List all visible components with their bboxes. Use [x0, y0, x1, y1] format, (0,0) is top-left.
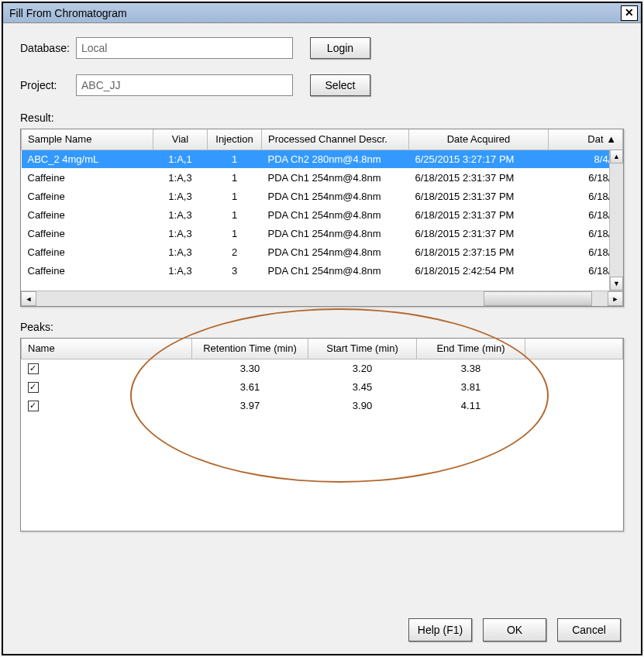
- content-area: Database: Login Project: Select Result: …: [3, 23, 641, 654]
- table-row[interactable]: Caffeine1:A,31PDA Ch1 254nm@4.8nm6/18/20…: [22, 187, 623, 205]
- peaks-grid: Name Retention Time (min) Start Time (mi…: [20, 338, 624, 531]
- table-row[interactable]: ✓3.303.203.38: [22, 359, 623, 377]
- ok-button[interactable]: OK: [483, 618, 546, 642]
- col-dat[interactable]: Dat ▲: [549, 129, 623, 150]
- cancel-button[interactable]: Cancel: [557, 618, 621, 642]
- table-row[interactable]: ABC_2 4mg/mL1:A,11PDA Ch2 280nm@4.8nm6/2…: [22, 150, 623, 168]
- database-label: Database:: [20, 42, 76, 54]
- scroll-right-icon[interactable]: ►: [608, 291, 623, 306]
- table-row[interactable]: Caffeine1:A,31PDA Ch1 254nm@4.8nm6/18/20…: [22, 224, 623, 243]
- table-row[interactable]: ✓3.613.453.81: [22, 377, 623, 396]
- scroll-up-icon: ▲: [606, 133, 616, 145]
- peaks-label: Peaks:: [20, 321, 624, 333]
- checkbox[interactable]: ✓: [28, 382, 39, 393]
- pcol-end[interactable]: End Time (min): [417, 339, 525, 359]
- project-label: Project:: [20, 79, 76, 91]
- scroll-left-icon[interactable]: ◄: [21, 291, 36, 306]
- result-vscroll[interactable]: ▲ ▼: [609, 150, 623, 291]
- checkbox[interactable]: ✓: [28, 363, 39, 374]
- col-date-acquired[interactable]: Date Acquired: [409, 129, 549, 150]
- table-row[interactable]: Caffeine1:A,31PDA Ch1 254nm@4.8nm6/18/20…: [22, 205, 623, 224]
- table-row[interactable]: Caffeine1:A,32PDA Ch1 254nm@4.8nm6/18/20…: [22, 243, 623, 261]
- vscroll-track[interactable]: [610, 163, 623, 277]
- help-button[interactable]: Help (F1): [408, 618, 472, 642]
- col-injection[interactable]: Injection: [208, 129, 262, 150]
- select-button[interactable]: Select: [310, 74, 370, 96]
- pcol-start[interactable]: Start Time (min): [308, 339, 417, 359]
- scroll-down-icon[interactable]: ▼: [610, 277, 623, 291]
- dialog-window: Fill From Chromatogram ✕ Database: Login…: [2, 2, 642, 655]
- result-table: Sample Name Vial Injection Processed Cha…: [21, 129, 623, 280]
- footer-buttons: Help (F1) OK Cancel: [20, 614, 624, 646]
- col-vial[interactable]: Vial: [153, 129, 208, 150]
- table-row[interactable]: ✓3.973.904.11: [22, 396, 623, 414]
- project-input[interactable]: [76, 74, 293, 96]
- pcol-blank[interactable]: [525, 339, 623, 359]
- col-channel[interactable]: Processed Channel Descr.: [262, 129, 409, 150]
- titlebar: Fill From Chromatogram ✕: [3, 3, 641, 23]
- hscroll-track[interactable]: [36, 291, 608, 306]
- result-label: Result:: [20, 112, 624, 124]
- database-input[interactable]: [76, 37, 293, 59]
- table-row[interactable]: Caffeine1:A,33PDA Ch1 254nm@4.8nm6/18/20…: [22, 261, 623, 280]
- scroll-up-icon[interactable]: ▲: [610, 150, 623, 163]
- result-hscroll[interactable]: ◄ ►: [21, 291, 623, 306]
- pcol-name[interactable]: Name: [22, 339, 192, 359]
- login-button[interactable]: Login: [310, 37, 370, 59]
- database-row: Database: Login: [20, 37, 624, 59]
- hscroll-thumb[interactable]: [484, 291, 592, 306]
- window-title: Fill From Chromatogram: [9, 7, 127, 19]
- checkbox[interactable]: ✓: [28, 401, 39, 411]
- project-row: Project: Select: [20, 74, 624, 96]
- pcol-rt[interactable]: Retention Time (min): [192, 339, 308, 359]
- result-grid: Sample Name Vial Injection Processed Cha…: [20, 129, 624, 307]
- close-button[interactable]: ✕: [621, 5, 638, 21]
- table-row[interactable]: Caffeine1:A,31PDA Ch1 254nm@4.8nm6/18/20…: [22, 168, 623, 187]
- col-sample[interactable]: Sample Name: [22, 129, 153, 150]
- peaks-table: Name Retention Time (min) Start Time (mi…: [21, 339, 623, 414]
